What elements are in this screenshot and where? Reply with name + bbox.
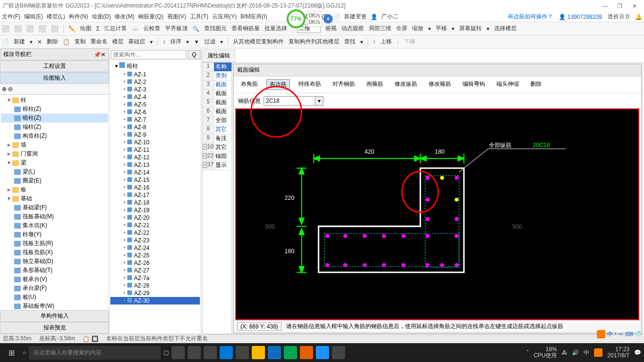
mid-root[interactable]: ▾ 暗柱 <box>110 62 200 71</box>
assistant[interactable]: 广小二 <box>381 13 398 21</box>
tree-item[interactable]: 柱墩(Y) <box>1 230 108 239</box>
tb-app-4[interactable] <box>268 346 281 359</box>
component-item[interactable]: •AZ-27 <box>110 267 200 274</box>
tb2-sort[interactable]: 排序 <box>170 38 182 46</box>
tray-ime-icon[interactable]: 中 <box>584 349 589 357</box>
tb-app-6[interactable] <box>300 346 313 359</box>
cortana-icon[interactable]: ○ <box>23 349 26 356</box>
menu-modify[interactable]: 修改(M) <box>115 13 134 21</box>
component-item[interactable]: •AZ-10 <box>110 139 200 146</box>
tb-explorer[interactable] <box>252 346 265 359</box>
component-item[interactable]: •AZ-5 <box>110 101 200 108</box>
prop-row[interactable]: 8其它 <box>203 125 231 134</box>
tree-item[interactable]: 基础板带(W) <box>1 302 108 310</box>
tray-volume-icon[interactable]: 🔊 <box>572 349 579 356</box>
undo-icon[interactable] <box>39 25 46 33</box>
menu-tools[interactable]: 工具(T) <box>190 13 208 21</box>
tree-item[interactable]: 独立基础(D) <box>1 257 108 266</box>
tree-item[interactable]: 基础梁(F) <box>1 203 108 212</box>
component-item[interactable]: •AZ-30 <box>110 297 200 304</box>
section-tab[interactable]: 编辑弯钩 <box>460 79 488 90</box>
component-item[interactable]: •AZ-29 <box>110 289 200 297</box>
tree-item[interactable]: ▾梁 <box>1 158 108 167</box>
tb-local3d[interactable]: 局部三维 <box>369 25 391 33</box>
section-tab[interactable]: 画箍筋 <box>363 79 386 90</box>
menu-component[interactable]: 构件(N) <box>69 13 88 21</box>
tray-sogou-icon[interactable] <box>594 348 603 357</box>
tree-item[interactable]: 条形基础(T) <box>1 266 108 275</box>
prop-row[interactable]: 9备注 <box>203 134 231 143</box>
tree-item[interactable]: ▾柱 <box>1 96 108 105</box>
prop-row[interactable]: 4截面 <box>203 90 231 99</box>
tree-item[interactable]: 筏板基础(M) <box>1 212 108 221</box>
ime-zhong[interactable]: 中 <box>607 330 613 338</box>
tb2-delete[interactable]: 删除 <box>47 38 58 46</box>
component-item[interactable]: •AZ-9 <box>110 131 200 139</box>
prop-row[interactable]: +37显示 <box>203 161 231 170</box>
prop-row[interactable]: 2类别 <box>203 72 231 81</box>
help-link[interactable]: 布边筋如何操作？ <box>508 13 553 21</box>
section-tab[interactable]: 删除 <box>528 79 545 90</box>
open-icon[interactable] <box>14 25 22 33</box>
nav-pin-icon[interactable]: 📌 <box>94 51 101 58</box>
tree-item[interactable]: ▸板 <box>1 185 108 194</box>
new-file-icon[interactable] <box>2 25 9 33</box>
nav-section-settings[interactable]: 工程设置 <box>0 60 109 72</box>
tb2-new[interactable]: 新建 <box>14 38 25 46</box>
tb-app-1[interactable] <box>172 346 185 359</box>
bell-icon[interactable]: 🔔 <box>635 14 642 20</box>
section-tab[interactable]: 特殊布筋 <box>296 79 324 90</box>
tb2-filter[interactable]: 过滤 <box>204 38 215 46</box>
property-tab[interactable]: 属性编辑 <box>202 49 235 62</box>
component-item[interactable]: •AZ-6 <box>110 108 200 116</box>
component-item[interactable]: •AZ-15 <box>110 176 200 184</box>
component-item[interactable]: •AZ-14 <box>110 169 200 176</box>
component-item[interactable]: •AZ-16 <box>110 184 200 191</box>
tb-draw[interactable]: 绘图 <box>80 25 91 33</box>
section-canvas[interactable]: 420 180 220 180 500 500 <box>235 108 639 320</box>
component-item[interactable]: •AZ-22 <box>110 229 200 237</box>
start-button[interactable]: ⊞ <box>3 348 20 357</box>
perf-plus[interactable]: + <box>323 14 333 24</box>
tb-view-rebar[interactable]: 查看钢筋量 <box>231 25 260 33</box>
save-icon[interactable] <box>26 25 34 33</box>
tb-cloud-check[interactable]: 云检查 <box>143 25 160 33</box>
tray-network-icon[interactable]: 🖧 <box>561 349 567 356</box>
tree-item[interactable]: 梁(L) <box>1 167 108 176</box>
tb2-rename[interactable]: 重命名 <box>91 38 107 46</box>
component-item[interactable]: •AZ-17 <box>110 191 200 199</box>
tb-find[interactable]: 查找图元 <box>204 25 227 33</box>
component-item[interactable]: •AZ-4 <box>110 93 200 101</box>
tree-item[interactable]: 圈梁(E) <box>1 176 108 185</box>
tb-app-2[interactable] <box>188 346 201 359</box>
tb-store[interactable] <box>236 346 249 359</box>
tb-app-5[interactable] <box>284 346 297 359</box>
redo-icon[interactable] <box>51 25 58 33</box>
tree-item[interactable]: 桩(U) <box>1 293 108 302</box>
tb-app-3[interactable] <box>204 346 217 359</box>
tb-rotate[interactable]: 屏幕旋转 <box>459 25 482 33</box>
tb2-floor[interactable]: 楼层 <box>112 38 124 46</box>
nav-close-icon[interactable]: ✕ <box>101 51 106 58</box>
section-tab[interactable]: 修改箍筋 <box>426 79 454 90</box>
section-tab[interactable]: 修改纵筋 <box>392 79 420 90</box>
tb2-copy-to[interactable]: 复制构件到其他楼层 <box>289 38 339 46</box>
component-item[interactable]: •AZ-12 <box>110 154 200 161</box>
component-item[interactable]: •AZ-23 <box>110 237 200 244</box>
component-item[interactable]: •AZ-19 <box>110 206 200 214</box>
tb-edge[interactable] <box>220 346 233 359</box>
component-item[interactable]: •AZ-3 <box>110 86 200 93</box>
nav-section-draw[interactable]: 绘图输入 <box>0 72 109 84</box>
tree-item[interactable]: 框柱(Z) <box>1 105 108 114</box>
tree-item[interactable]: ▸墙 <box>1 140 108 149</box>
component-item[interactable]: •AZ-21 <box>110 222 200 229</box>
component-item[interactable]: •AZ-1 <box>110 71 200 78</box>
taskbar-search[interactable]: 在这里输入你要搜索的内容 <box>29 346 161 360</box>
component-tree[interactable]: ▾ 暗柱•AZ-1•AZ-2•AZ-3•AZ-4•AZ-5•AZ-6•AZ-7•… <box>109 61 201 334</box>
tb-select-floor[interactable]: 选择楼层 <box>494 25 517 33</box>
tb-app-7[interactable] <box>316 346 329 359</box>
section-tab[interactable]: 对齐钢筋 <box>330 79 358 90</box>
user-phone[interactable]: 13907298339 <box>568 14 602 20</box>
component-item[interactable]: •AZ-18 <box>110 199 200 206</box>
menu-rebar[interactable]: 钢筋量(Q) <box>138 13 163 21</box>
